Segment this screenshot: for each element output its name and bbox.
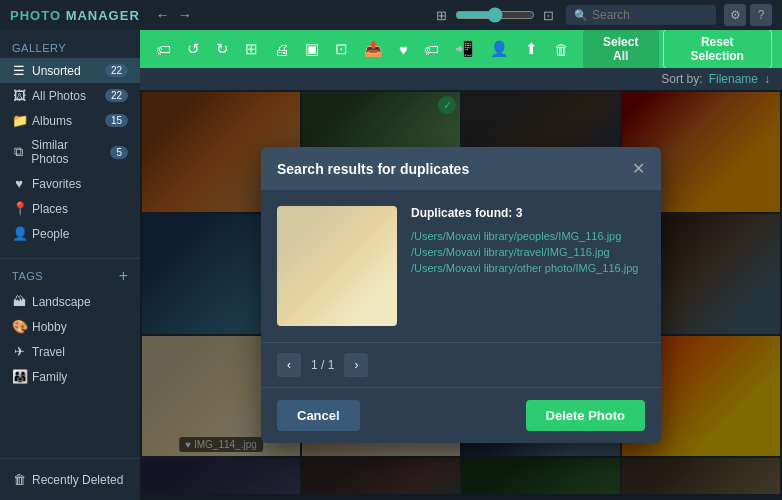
- app-title: PHOTO MANAGER: [10, 8, 140, 23]
- tag2-button[interactable]: 🏷: [418, 37, 445, 62]
- all-photos-badge: 22: [105, 89, 128, 102]
- favorites-icon: ♥: [12, 176, 26, 191]
- share-button[interactable]: 📲: [449, 36, 480, 62]
- sort-bar: Sort by: Filename ↓: [140, 68, 782, 90]
- sidebar-item-favorites[interactable]: ♥ Favorites: [0, 171, 140, 196]
- delete-toolbar-button[interactable]: 🗑: [548, 37, 575, 62]
- people-icon: 👤: [12, 226, 26, 241]
- travel-icon: ✈: [12, 344, 26, 359]
- places-icon: 📍: [12, 201, 26, 216]
- modal-close-button[interactable]: ✕: [632, 159, 645, 178]
- sort-label: Sort by:: [661, 72, 702, 86]
- frame-button[interactable]: ▣: [299, 36, 325, 62]
- adjust-button[interactable]: ⊞: [239, 36, 264, 62]
- modal-next-button[interactable]: ›: [344, 353, 368, 377]
- main-area: Gallery ☰ Unsorted 22 🖼 All Photos 22 📁 …: [0, 30, 782, 500]
- trash-icon: 🗑: [12, 472, 26, 487]
- sidebar-item-places[interactable]: 📍 Places: [0, 196, 140, 221]
- sidebar-item-hobby[interactable]: 🎨 Hobby: [0, 314, 140, 339]
- rotate-left-button[interactable]: ↺: [181, 36, 206, 62]
- content-area: ✓ ♥ IMG_114_.jpg: [140, 90, 782, 500]
- sidebar: Gallery ☰ Unsorted 22 🖼 All Photos 22 📁 …: [0, 30, 140, 500]
- sidebar-item-people[interactable]: 👤 People: [0, 221, 140, 246]
- settings-button[interactable]: ⚙: [724, 4, 746, 26]
- modal-footer: Cancel Delete Photo: [261, 387, 661, 443]
- favorites-label: Favorites: [32, 177, 81, 191]
- right-panel: 🏷 ↺ ↻ ⊞ 🖨 ▣ ⊡ 📤 ♥ 🏷 📲 👤 ⬆ 🗑 Select All R…: [140, 30, 782, 500]
- search-results-modal: Search results for duplicates ✕ Duplicat…: [261, 147, 661, 443]
- heart-button[interactable]: ♥: [393, 37, 414, 62]
- back-button[interactable]: ←: [156, 7, 170, 23]
- sidebar-item-travel[interactable]: ✈ Travel: [0, 339, 140, 364]
- unsorted-badge: 22: [105, 64, 128, 77]
- modal-prev-button[interactable]: ‹: [277, 353, 301, 377]
- albums-badge: 15: [105, 114, 128, 127]
- layout-button[interactable]: ⊡: [329, 36, 354, 62]
- person-button[interactable]: 👤: [484, 36, 515, 62]
- duplicates-count: 3: [516, 206, 523, 220]
- modal-path-1[interactable]: /Users/Movavi library/peoples/IMG_116.jp…: [411, 230, 645, 242]
- family-icon: 👨‍👩‍👧: [12, 369, 26, 384]
- all-photos-icon: 🖼: [12, 88, 26, 103]
- modal-cancel-button[interactable]: Cancel: [277, 400, 360, 431]
- zoom-slider[interactable]: [455, 7, 535, 23]
- fullscreen-button[interactable]: ⊡: [543, 8, 554, 23]
- modal-preview: [277, 206, 397, 326]
- modal-delete-button[interactable]: Delete Photo: [526, 400, 645, 431]
- sidebar-item-recently-deleted[interactable]: 🗑 Recently Deleted: [0, 467, 140, 492]
- titlebar: PHOTO MANAGER ← → ⊞ ⊡ 🔍 ⚙ ?: [0, 0, 782, 30]
- nav-controls: ← →: [156, 7, 192, 23]
- print-button[interactable]: 🖨: [268, 37, 295, 62]
- app-container: PHOTO MANAGER ← → ⊞ ⊡ 🔍 ⚙ ? Gallery: [0, 0, 782, 500]
- modal-path-3[interactable]: /Users/Movavi library/other photo/IMG_11…: [411, 262, 645, 274]
- hobby-icon: 🎨: [12, 319, 26, 334]
- similar-photos-badge: 5: [110, 146, 128, 159]
- search-input[interactable]: [592, 8, 708, 22]
- modal-header: Search results for duplicates ✕: [261, 147, 661, 190]
- landscape-label: Landscape: [32, 295, 91, 309]
- tag-button[interactable]: 🏷: [150, 37, 177, 62]
- sidebar-item-similar-photos[interactable]: ⧉ Similar Photos 5: [0, 133, 140, 171]
- people-label: People: [32, 227, 69, 241]
- family-label: Family: [32, 370, 67, 384]
- tags-header: Tags +: [0, 263, 140, 289]
- sidebar-divider: [0, 258, 140, 259]
- sidebar-item-unsorted[interactable]: ☰ Unsorted 22: [0, 58, 140, 83]
- modal-path-2[interactable]: /Users/Movavi library/travel/IMG_116.jpg: [411, 246, 645, 258]
- upload-button[interactable]: ⬆: [519, 36, 544, 62]
- modal-info: Duplicates found: 3 /Users/Movavi librar…: [411, 206, 645, 326]
- modal-navigation: ‹ 1 / 1 ›: [261, 342, 661, 387]
- similar-photos-icon: ⧉: [12, 144, 25, 160]
- sidebar-item-albums[interactable]: 📁 Albums 15: [0, 108, 140, 133]
- sidebar-item-all-photos[interactable]: 🖼 All Photos 22: [0, 83, 140, 108]
- modal-title: Search results for duplicates: [277, 161, 632, 177]
- sidebar-item-family[interactable]: 👨‍👩‍👧 Family: [0, 364, 140, 389]
- gallery-label: Gallery: [0, 38, 140, 58]
- landscape-icon: 🏔: [12, 294, 26, 309]
- add-tag-button[interactable]: +: [119, 268, 128, 284]
- unsorted-label: Unsorted: [32, 64, 81, 78]
- sort-value[interactable]: Filename: [709, 72, 758, 86]
- sort-arrow-icon[interactable]: ↓: [764, 72, 770, 86]
- rotate-right-button[interactable]: ↻: [210, 36, 235, 62]
- hobby-label: Hobby: [32, 320, 67, 334]
- select-all-button[interactable]: Select All: [583, 30, 659, 69]
- forward-button[interactable]: →: [178, 7, 192, 23]
- export-button[interactable]: 📤: [358, 36, 389, 62]
- info-button[interactable]: ?: [750, 4, 772, 26]
- places-label: Places: [32, 202, 68, 216]
- travel-label: Travel: [32, 345, 65, 359]
- reset-selection-button[interactable]: Reset Selection: [663, 30, 772, 69]
- modal-body: Duplicates found: 3 /Users/Movavi librar…: [261, 190, 661, 342]
- unsorted-icon: ☰: [12, 63, 26, 78]
- albums-icon: 📁: [12, 113, 26, 128]
- modal-count: Duplicates found: 3: [411, 206, 645, 220]
- tags-label: Tags: [12, 270, 119, 282]
- gallery-section: Gallery ☰ Unsorted 22 🖼 All Photos 22 📁 …: [0, 30, 140, 254]
- duplicates-label: Duplicates found:: [411, 206, 512, 220]
- sidebar-footer: 🗑 Recently Deleted: [0, 458, 140, 500]
- grid-view-button[interactable]: ⊞: [436, 8, 447, 23]
- sidebar-item-landscape[interactable]: 🏔 Landscape: [0, 289, 140, 314]
- all-photos-label: All Photos: [32, 89, 86, 103]
- search-icon: 🔍: [574, 9, 588, 22]
